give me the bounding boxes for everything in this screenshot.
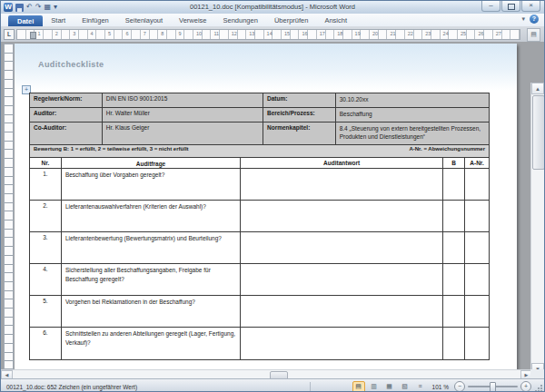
info-label[interactable]: Regelwerk/Norm: bbox=[30, 93, 103, 107]
view-web-layout-icon[interactable]: ▦ bbox=[383, 381, 396, 392]
scroll-up-icon[interactable]: ▲ bbox=[531, 83, 544, 94]
zoom-level[interactable]: 101 % bbox=[432, 384, 449, 390]
rating-cell[interactable] bbox=[443, 169, 465, 200]
deviation-cell[interactable] bbox=[465, 169, 489, 200]
audit-question[interactable]: Sicherstellung aller Beschaffungsangaben… bbox=[62, 264, 241, 295]
word-window: W ↶ ↷ ▦ ▾ 00121_10.doc [Kompatibilitätsm… bbox=[0, 0, 545, 392]
column-header-a-nr[interactable]: A-Nr. bbox=[465, 158, 489, 168]
help-icon[interactable]: ? bbox=[530, 15, 539, 24]
minimize-button[interactable]: – bbox=[481, 1, 500, 12]
info-label[interactable]: Bereich/Prozess: bbox=[263, 108, 336, 122]
view-outline-icon[interactable]: ▧ bbox=[399, 381, 411, 392]
ruler-toggle-button[interactable]: ▤ bbox=[527, 28, 540, 42]
rating-cell[interactable] bbox=[443, 201, 465, 231]
row-number[interactable]: 2. bbox=[30, 201, 62, 231]
vertical-ruler[interactable] bbox=[4, 44, 14, 369]
view-draft-icon[interactable]: ≡ bbox=[414, 381, 427, 392]
column-header-auditfrage[interactable]: Auditfrage bbox=[62, 158, 241, 168]
info-value[interactable]: 30.10.20xx bbox=[336, 93, 489, 107]
info-value[interactable]: Beschaffung bbox=[336, 108, 489, 122]
document-page[interactable]: Auditcheckliste + Regelwerk/Norm: DIN EN… bbox=[15, 44, 517, 369]
ribbon-collapse-icon[interactable]: ▾ bbox=[521, 15, 525, 23]
audit-answer[interactable] bbox=[241, 328, 443, 359]
page-title: Auditcheckliste bbox=[38, 60, 104, 69]
row-number[interactable]: 6. bbox=[30, 328, 62, 359]
audit-question[interactable]: Beschaffung über Vorgaben geregelt? bbox=[62, 169, 241, 200]
rating-cell[interactable] bbox=[443, 232, 465, 263]
info-value[interactable]: DIN EN ISO 9001:2015 bbox=[103, 93, 263, 107]
zoom-out-icon[interactable]: − bbox=[454, 381, 465, 392]
audit-question[interactable]: Schnittstellen zu anderen Abteilungen ge… bbox=[62, 328, 241, 359]
row-number[interactable]: 4. bbox=[30, 264, 62, 295]
deviation-cell[interactable] bbox=[465, 328, 489, 359]
deviation-cell[interactable] bbox=[465, 296, 489, 327]
info-label[interactable]: Normenkapitel: bbox=[263, 122, 336, 144]
tab-verweise[interactable]: Verweise bbox=[171, 15, 214, 26]
column-header-row: Nr. Auditfrage Auditantwort B A-Nr. bbox=[30, 158, 489, 169]
resize-grip[interactable] bbox=[535, 385, 542, 392]
info-label[interactable]: Datum: bbox=[263, 93, 336, 107]
audit-question[interactable]: Lieferantenbewertung (Bewertungsmatrix) … bbox=[62, 232, 241, 263]
deviation-cell[interactable] bbox=[465, 232, 489, 263]
info-value[interactable]: Hr. Walter Müller bbox=[103, 108, 263, 122]
rating-cell[interactable] bbox=[443, 328, 465, 359]
info-label[interactable]: Auditor: bbox=[30, 108, 103, 122]
row-number[interactable]: 5. bbox=[30, 296, 62, 327]
status-bar: 00121_10.doc: 652 Zeichen (ein ungefähre… bbox=[1, 378, 544, 392]
vertical-scrollbar[interactable]: ▲ ▼ « ○ » bbox=[530, 83, 544, 369]
window-controls: – × bbox=[481, 1, 540, 12]
tab-sendungen[interactable]: Sendungen bbox=[215, 15, 266, 26]
tab-selector-button[interactable]: L bbox=[4, 29, 15, 40]
info-value[interactable]: 8.4 „Steuerung von extern bereitgestellt… bbox=[336, 122, 489, 144]
table-row: 2. Lieferantenauswahlverfahren (Kriterie… bbox=[30, 201, 489, 232]
rating-cell[interactable] bbox=[443, 296, 465, 327]
zoom-slider[interactable] bbox=[468, 386, 518, 387]
row-number[interactable]: 1. bbox=[30, 169, 62, 200]
vertical-scroll-thumb[interactable] bbox=[532, 95, 544, 170]
info-label[interactable]: Co-Auditor: bbox=[30, 122, 103, 144]
tab-seitenlayout[interactable]: Seitenlayout bbox=[117, 15, 171, 26]
view-fullscreen-reading-icon[interactable]: ▥ bbox=[368, 381, 381, 392]
column-header-auditantwort[interactable]: Auditantwort bbox=[241, 158, 443, 168]
tab-start[interactable]: Start bbox=[43, 15, 74, 26]
title-bar: W ↶ ↷ ▦ ▾ 00121_10.doc [Kompatibilitätsm… bbox=[1, 1, 544, 15]
character-count-status[interactable]: 00121_10.doc: 652 Zeichen (ein ungefähre… bbox=[1, 384, 137, 390]
tab-einfuegen[interactable]: Einfügen bbox=[74, 15, 117, 26]
browse-controls: ▼ « ○ » bbox=[531, 363, 544, 369]
deviation-cell[interactable] bbox=[465, 264, 489, 295]
tab-ansicht[interactable]: Ansicht bbox=[316, 15, 355, 26]
table-row: 5. Vorgehen bei Reklamationen in der Bes… bbox=[30, 296, 489, 328]
table-row: Co-Auditor: Hr. Klaus Geiger Normenkapit… bbox=[30, 122, 489, 145]
restore-button[interactable] bbox=[501, 1, 520, 12]
tab-ueberpruefen[interactable]: Überprüfen bbox=[266, 15, 317, 26]
legend-right[interactable]: A-Nr. = Abweichungsnummer bbox=[409, 146, 485, 156]
scroll-down-icon[interactable]: ▼ bbox=[531, 363, 544, 369]
window-title: 00121_10.doc [Kompatibilitätsmodus] - Mi… bbox=[1, 3, 544, 11]
column-header-b[interactable]: B bbox=[443, 158, 465, 168]
row-number[interactable]: 3. bbox=[30, 232, 62, 263]
zoom-in-icon[interactable]: + bbox=[520, 381, 531, 392]
audit-question[interactable]: Lieferantenauswahlverfahren (Kriterien d… bbox=[62, 201, 241, 231]
deviation-cell[interactable] bbox=[465, 201, 489, 231]
zoom-slider-thumb[interactable] bbox=[490, 382, 496, 392]
close-button[interactable]: × bbox=[521, 1, 540, 12]
audit-answer[interactable] bbox=[241, 169, 443, 200]
column-header-nr[interactable]: Nr. bbox=[30, 158, 62, 168]
tab-datei[interactable]: Datei bbox=[8, 15, 43, 26]
audit-question[interactable]: Vorgehen bei Reklamationen in der Bescha… bbox=[62, 296, 241, 327]
legend-row: Bewertung B: 1 = erfüllt, 2 = teilweise … bbox=[30, 145, 489, 158]
table-row: 1. Beschaffung über Vorgaben geregelt? bbox=[30, 169, 489, 201]
info-value[interactable]: Hr. Klaus Geiger bbox=[103, 122, 263, 144]
horizontal-ruler-numbers: 1234567891011121314151617181920212223242… bbox=[17, 30, 520, 39]
legend-left[interactable]: Bewertung B: 1 = erfüllt, 2 = teilweise … bbox=[34, 146, 189, 156]
view-print-layout-icon[interactable]: ▤ bbox=[352, 381, 365, 392]
scrollbar-corner bbox=[530, 369, 544, 378]
audit-answer[interactable] bbox=[241, 201, 443, 231]
audit-answer[interactable] bbox=[241, 296, 443, 327]
status-divider bbox=[310, 382, 311, 391]
rating-cell[interactable] bbox=[443, 264, 465, 295]
horizontal-ruler[interactable]: 1234567891011121314151617181920212223242… bbox=[16, 29, 520, 40]
audit-answer[interactable] bbox=[241, 232, 443, 263]
audit-answer[interactable] bbox=[241, 264, 443, 295]
indent-marker[interactable] bbox=[30, 32, 36, 39]
